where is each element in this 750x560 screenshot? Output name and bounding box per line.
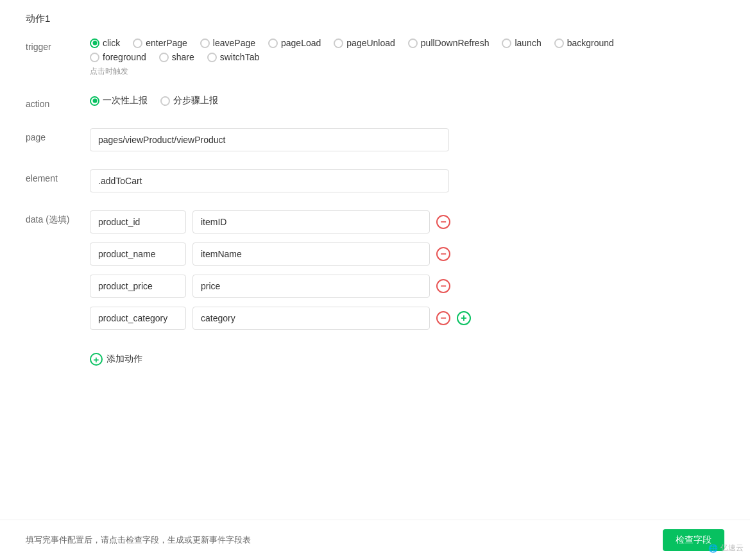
- trigger-enterPage[interactable]: enterPage: [133, 38, 187, 48]
- trigger-leavePage-radio[interactable]: [200, 38, 210, 48]
- data-key-0[interactable]: [90, 210, 186, 233]
- data-val-2[interactable]: [192, 275, 430, 298]
- trigger-row1: click enterPage leavePage pageLoad pageU…: [90, 38, 724, 48]
- trigger-share-radio[interactable]: [159, 53, 169, 62]
- action-label: action: [26, 95, 90, 109]
- trigger-foreground-label: foreground: [103, 52, 146, 62]
- trigger-launch-label: launch: [515, 38, 541, 48]
- trigger-leavePage-label: leavePage: [213, 38, 255, 48]
- add-action-button[interactable]: + 添加动作: [90, 348, 142, 371]
- remove-row-3-button[interactable]: −: [436, 311, 450, 325]
- data-row-1: −: [90, 242, 724, 266]
- trigger-foreground-radio[interactable]: [90, 53, 99, 62]
- trigger-background-radio[interactable]: [554, 38, 564, 48]
- data-row-0: −: [90, 210, 724, 233]
- trigger-pageLoad-radio[interactable]: [268, 38, 278, 48]
- data-label: data (选填): [26, 210, 90, 226]
- page-row: page: [26, 128, 724, 151]
- trigger-pageLoad-label: pageLoad: [281, 38, 321, 48]
- watermark-brand: 亿速云: [720, 543, 744, 554]
- minus-icon-2: −: [436, 279, 450, 293]
- trigger-row2: foreground share switchTab: [90, 52, 724, 62]
- data-row: data (选填) − −: [26, 210, 724, 330]
- trigger-switchTab[interactable]: switchTab: [207, 52, 259, 62]
- trigger-pageLoad[interactable]: pageLoad: [268, 38, 321, 48]
- trigger-pullDownRefresh-label: pullDownRefresh: [421, 38, 490, 48]
- watermark-text: 🌐: [708, 544, 718, 553]
- data-val-1[interactable]: [192, 242, 430, 266]
- element-row: element: [26, 169, 724, 192]
- action-step-radio[interactable]: [160, 96, 170, 106]
- data-key-2[interactable]: [90, 275, 186, 298]
- trigger-share[interactable]: share: [159, 52, 194, 62]
- minus-icon-0: −: [436, 215, 450, 229]
- element-content: [90, 169, 724, 192]
- trigger-switchTab-label: switchTab: [220, 52, 259, 62]
- data-content: − − −: [90, 210, 724, 330]
- element-input[interactable]: [90, 169, 449, 192]
- trigger-label: trigger: [26, 38, 90, 52]
- section-title: 动作1: [26, 13, 724, 25]
- trigger-click-label: click: [103, 38, 120, 48]
- page-input[interactable]: [90, 128, 449, 151]
- element-label: element: [26, 169, 90, 183]
- remove-row-2-button[interactable]: −: [436, 279, 450, 293]
- watermark: 🌐 亿速云: [708, 543, 744, 554]
- add-action-content: + 添加动作: [90, 348, 724, 371]
- trigger-enterPage-label: enterPage: [146, 38, 187, 48]
- action-row: action 一次性上报 分步骤上报: [26, 95, 724, 110]
- trigger-launch[interactable]: launch: [502, 38, 541, 48]
- bottom-bar: 填写完事件配置后，请点击检查字段，生成或更新事件字段表 检查字段: [0, 520, 750, 560]
- trigger-row: trigger click enterPage leavePage: [26, 38, 724, 77]
- minus-icon-3: −: [436, 311, 450, 325]
- trigger-leavePage[interactable]: leavePage: [200, 38, 255, 48]
- data-key-3[interactable]: [90, 307, 186, 330]
- action-once-label: 一次性上报: [103, 95, 148, 106]
- trigger-launch-radio[interactable]: [502, 38, 511, 48]
- page-label: page: [26, 128, 90, 142]
- add-action-row: + 添加动作: [26, 348, 724, 371]
- data-row-3: − +: [90, 307, 724, 330]
- page-container: 动作1 trigger click enterPage leavePage: [0, 0, 750, 560]
- trigger-background-label: background: [567, 38, 614, 48]
- bottom-hint: 填写完事件配置后，请点击检查字段，生成或更新事件字段表: [26, 534, 251, 546]
- trigger-click-radio[interactable]: [90, 38, 99, 48]
- action-step-label: 分步骤上报: [173, 95, 218, 106]
- minus-icon-1: −: [436, 247, 450, 261]
- add-row-button[interactable]: +: [457, 311, 471, 325]
- trigger-click[interactable]: click: [90, 38, 120, 48]
- trigger-background[interactable]: background: [554, 38, 614, 48]
- data-key-1[interactable]: [90, 242, 186, 266]
- data-val-3[interactable]: [192, 307, 430, 330]
- trigger-foreground[interactable]: foreground: [90, 52, 146, 62]
- trigger-pullDownRefresh-radio[interactable]: [408, 38, 418, 48]
- trigger-hint: 点击时触发: [90, 66, 724, 77]
- trigger-pageUnload-label: pageUnload: [346, 38, 395, 48]
- trigger-content: click enterPage leavePage pageLoad pageU…: [90, 38, 724, 77]
- action-content: 一次性上报 分步骤上报: [90, 95, 724, 110]
- add-action-label: 添加动作: [107, 353, 142, 365]
- action-step[interactable]: 分步骤上报: [160, 95, 218, 106]
- data-row-2: −: [90, 275, 724, 298]
- trigger-pageUnload-radio[interactable]: [334, 38, 343, 48]
- plus-icon: +: [457, 311, 471, 325]
- remove-row-1-button[interactable]: −: [436, 247, 450, 261]
- data-rows: − − −: [90, 210, 724, 330]
- action-once-radio[interactable]: [90, 96, 99, 106]
- action-once[interactable]: 一次性上报: [90, 95, 148, 106]
- add-action-spacer: [26, 348, 90, 352]
- remove-row-0-button[interactable]: −: [436, 215, 450, 229]
- action-options: 一次性上报 分步骤上报: [90, 95, 724, 106]
- trigger-share-label: share: [172, 52, 194, 62]
- trigger-switchTab-radio[interactable]: [207, 53, 217, 62]
- add-action-plus-icon: +: [90, 353, 103, 366]
- trigger-pageUnload[interactable]: pageUnload: [334, 38, 395, 48]
- data-val-0[interactable]: [192, 210, 430, 233]
- trigger-pullDownRefresh[interactable]: pullDownRefresh: [408, 38, 490, 48]
- trigger-enterPage-radio[interactable]: [133, 38, 142, 48]
- page-content: [90, 128, 724, 151]
